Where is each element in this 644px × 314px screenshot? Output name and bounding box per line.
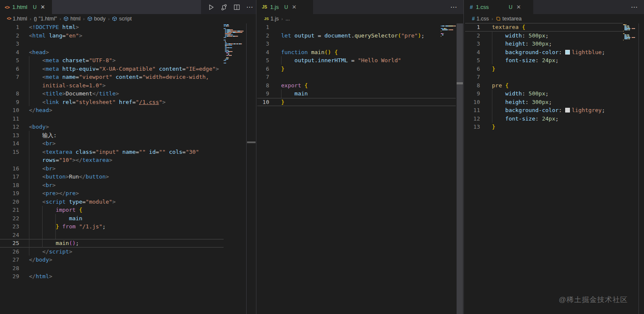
minimap[interactable] bbox=[441, 24, 456, 37]
code-line[interactable]: 18 <br> bbox=[0, 181, 224, 190]
code-line[interactable]: 1<!DOCTYPE html> bbox=[0, 23, 224, 32]
scrollbar-marker[interactable] bbox=[457, 82, 463, 84]
editor-actions: ⋯ bbox=[631, 0, 638, 14]
code-line[interactable]: 10 height: 300px; bbox=[465, 98, 623, 107]
breadcrumb-item[interactable]: script bbox=[112, 16, 132, 22]
code-line[interactable]: 7 <meta name="viewport" content="width=d… bbox=[0, 73, 224, 81]
code-line[interactable]: 17 <button>Run</button> bbox=[0, 173, 224, 181]
line-number: 7 bbox=[257, 73, 269, 81]
code-line[interactable]: 4function main() { bbox=[257, 48, 456, 57]
run-button[interactable] bbox=[208, 4, 215, 11]
code-line[interactable]: 13} bbox=[465, 123, 623, 131]
breadcrumb-item[interactable]: textarea bbox=[496, 16, 522, 22]
code-line[interactable]: 8 <title>Document</title> bbox=[0, 89, 224, 98]
code-line[interactable]: 28 bbox=[0, 264, 224, 273]
code-line[interactable]: 20 <script type="module"> bbox=[0, 198, 224, 206]
more-actions-icon[interactable]: ⋯ bbox=[450, 3, 457, 11]
code-line[interactable]: 3 bbox=[0, 40, 224, 48]
breadcrumb-item[interactable]: html bbox=[63, 16, 80, 22]
code-line[interactable]: 23 } from "/1.js"; bbox=[0, 222, 224, 231]
line-number: 10 bbox=[0, 106, 19, 115]
code-line[interactable]: 26 </script> bbox=[0, 248, 224, 256]
line-number: 11 bbox=[0, 115, 19, 123]
code-line[interactable]: 4<head> bbox=[0, 48, 224, 57]
code-line[interactable]: initial-scale=1.0"> bbox=[0, 81, 224, 90]
close-icon[interactable]: ✕ bbox=[40, 4, 45, 10]
cube-symbol-icon bbox=[87, 16, 92, 21]
code-line[interactable]: 9 <link rel="stylesheet" href="/1.css"> bbox=[0, 98, 224, 107]
close-icon[interactable]: ✕ bbox=[516, 4, 521, 10]
code-line[interactable]: 2 width: 500px; bbox=[465, 32, 623, 40]
pane-separator[interactable] bbox=[463, 0, 464, 314]
breadcrumb-item[interactable]: ... bbox=[285, 16, 290, 22]
code-line[interactable]: 12 font-size: 24px; bbox=[465, 115, 623, 123]
scrollbar-marker[interactable] bbox=[247, 141, 256, 143]
minimap[interactable] bbox=[224, 24, 246, 64]
code-editor-js[interactable]: 12let output = document.querySelector("p… bbox=[257, 23, 456, 106]
code-line[interactable]: 16 <br> bbox=[0, 164, 224, 173]
code-line[interactable]: 9 main bbox=[257, 89, 456, 98]
code-line[interactable]: 2<html lang="en"> bbox=[0, 32, 224, 40]
line-number: 16 bbox=[0, 164, 19, 173]
open-changes-icon[interactable] bbox=[221, 4, 227, 11]
split-editor-icon[interactable] bbox=[233, 4, 240, 11]
code-line[interactable]: 13 输入: bbox=[0, 131, 224, 140]
tab-1-css[interactable]: # 1.css U ✕ bbox=[465, 0, 533, 14]
breadcrumb-item[interactable]: {}"1.html" bbox=[34, 16, 57, 22]
code-line[interactable]: 7 bbox=[465, 73, 623, 81]
code-line[interactable]: 10} bbox=[257, 98, 456, 107]
tab-1-js[interactable]: JS 1.js U ✕ bbox=[257, 0, 313, 14]
more-actions-icon[interactable]: ⋯ bbox=[246, 3, 253, 11]
code-editor-css[interactable]: 1textarea {2 width: 500px;3 height: 300p… bbox=[465, 23, 623, 131]
code-line[interactable]: 10</head> bbox=[0, 106, 224, 115]
code-editor-html[interactable]: 1<!DOCTYPE html>2<html lang="en">34<head… bbox=[0, 23, 224, 281]
code-line[interactable]: 25 main(); bbox=[0, 239, 224, 248]
breadcrumb-item[interactable]: body bbox=[87, 16, 106, 22]
code-line[interactable]: 15 <textarea class="input" name="" id=""… bbox=[0, 148, 224, 156]
code-line[interactable]: 2let output = document.querySelector("pr… bbox=[257, 32, 456, 40]
code-line[interactable]: 1textarea { bbox=[465, 23, 623, 32]
code-line[interactable]: 7 bbox=[257, 73, 456, 81]
code-line[interactable]: 5 <meta charset="UTF-8"> bbox=[0, 56, 224, 65]
code-line[interactable]: 24 bbox=[0, 231, 224, 239]
code-line[interactable]: 4 background-color: lightblue; bbox=[465, 48, 623, 57]
code-line[interactable]: 9 width: 500px; bbox=[465, 89, 623, 98]
pane-separator[interactable] bbox=[256, 0, 256, 314]
breadcrumb-item[interactable]: #1.css bbox=[472, 16, 489, 22]
close-icon[interactable]: ✕ bbox=[292, 4, 296, 10]
breadcrumb-item[interactable]: <>1.html bbox=[7, 16, 27, 22]
code-line[interactable]: 21 import { bbox=[0, 206, 224, 214]
code-line[interactable]: 12<body> bbox=[0, 123, 224, 131]
color-swatch[interactable] bbox=[565, 108, 570, 112]
code-line[interactable]: 14 <br> bbox=[0, 139, 224, 148]
tab-label: 1.js bbox=[270, 4, 279, 10]
code-line[interactable]: 5 font-size: 24px; bbox=[465, 56, 623, 65]
code-line[interactable]: 8pre { bbox=[465, 81, 623, 90]
code-line[interactable]: 5 output.innerHTML = "Hello World" bbox=[257, 56, 456, 65]
breadcrumb-item[interactable]: JS1.js bbox=[264, 16, 279, 22]
code-line[interactable]: 6 <meta http-equiv="X-UA-Compatible" con… bbox=[0, 65, 224, 73]
more-actions-icon[interactable]: ⋯ bbox=[631, 3, 638, 11]
code-line[interactable]: 6} bbox=[465, 65, 623, 73]
color-swatch[interactable] bbox=[565, 50, 570, 55]
code-line[interactable]: 27</body> bbox=[0, 256, 224, 264]
code-line[interactable]: 6} bbox=[257, 65, 456, 73]
editor-pane-css: # 1.css U ✕ ⋯ #1.css›textarea 1textarea … bbox=[465, 0, 644, 314]
code-line[interactable]: 1 bbox=[257, 23, 456, 32]
code-line[interactable]: rows="10"></textarea> bbox=[0, 156, 224, 164]
indent-guide bbox=[29, 131, 29, 256]
code-line[interactable]: 3 height: 300px; bbox=[465, 40, 623, 48]
line-number: 12 bbox=[0, 123, 19, 131]
minimap[interactable] bbox=[623, 24, 638, 41]
line-number: 25 bbox=[0, 239, 19, 248]
code-line[interactable]: 22 main bbox=[0, 214, 224, 223]
code-line[interactable]: 8export { bbox=[257, 81, 456, 90]
code-line[interactable]: 19 <pre></pre> bbox=[0, 189, 224, 198]
code-line[interactable]: 3 bbox=[257, 40, 456, 48]
code-line[interactable]: 11 background-color: lightgrey; bbox=[465, 106, 623, 115]
scrollbar[interactable] bbox=[457, 23, 463, 314]
tab-1-html[interactable]: <> 1.html U ✕ bbox=[0, 0, 52, 14]
line-number: 29 bbox=[0, 272, 19, 281]
code-line[interactable]: 29</html> bbox=[0, 272, 224, 281]
code-line[interactable]: 11 bbox=[0, 115, 224, 123]
